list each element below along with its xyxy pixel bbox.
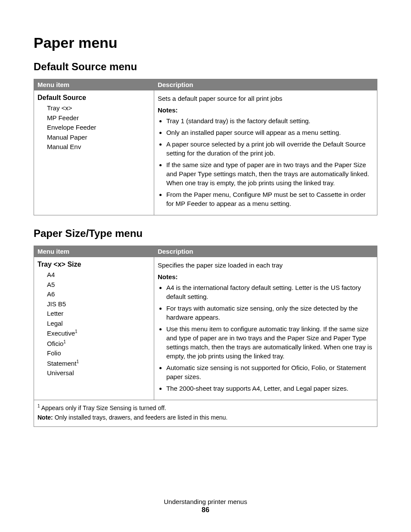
note-item: Use this menu item to configure automati…	[166, 324, 374, 361]
menu-option: Oficio1	[47, 339, 150, 349]
page-footer: Understanding printer menus 86	[0, 498, 411, 514]
menu-item-title: Tray <x> Size	[37, 261, 150, 268]
menu-item-cell: Tray <x> Size A4 A5 A6 JIS B5 Letter Leg…	[34, 257, 154, 400]
menu-option: JIS B5	[47, 299, 150, 309]
note-item: A4 is the international factory default …	[166, 283, 374, 301]
notes-list: Tray 1 (standard tray) is the factory de…	[166, 116, 374, 208]
notes-label: Notes:	[158, 106, 374, 114]
menu-option: Manual Env	[47, 142, 150, 152]
table-header-description: Description	[154, 246, 377, 257]
footnote-cell: 1 Appears only if Tray Size Sensing is t…	[34, 400, 377, 427]
menu-option: Tray <x>	[47, 103, 150, 113]
default-source-table: Menu item Description Default Source Tra…	[34, 79, 377, 215]
note-item: Tray 1 (standard tray) is the factory de…	[166, 116, 374, 125]
document-page: Paper menu Default Source menu Menu item…	[0, 0, 411, 532]
menu-option: Folio	[47, 348, 150, 358]
table-header-menu-item: Menu item	[34, 246, 154, 257]
note-item: If the same size and type of paper are i…	[166, 160, 374, 187]
menu-option: Letter	[47, 309, 150, 319]
description-text: Specifies the paper size loaded in each …	[158, 261, 374, 270]
note-item: A paper source selected by a print job w…	[166, 140, 374, 158]
footnote-row: 1 Appears only if Tray Size Sensing is t…	[34, 400, 377, 427]
menu-item-title: Default Source	[37, 94, 150, 102]
paper-size-type-table: Menu item Description Tray <x> Size A4 A…	[34, 246, 377, 427]
notes-label: Notes:	[158, 273, 374, 280]
page-number: 86	[0, 506, 411, 514]
menu-option: Envelope Feeder	[47, 123, 150, 133]
notes-list: A4 is the international factory default …	[166, 283, 374, 393]
menu-options-list: Tray <x> MP Feeder Envelope Feeder Manua…	[37, 103, 150, 152]
section-heading-default-source: Default Source menu	[34, 61, 377, 73]
table-header-description: Description	[154, 79, 377, 90]
footnote-ref: 1	[63, 339, 66, 344]
menu-option: Universal	[47, 368, 150, 378]
note-item: Only an installed paper source will appe…	[166, 128, 374, 137]
footnote-ref: 1	[76, 359, 79, 364]
footer-text: Understanding printer menus	[0, 498, 411, 505]
description-cell: Specifies the paper size loaded in each …	[154, 257, 377, 400]
description-cell: Sets a default paper source for all prin…	[154, 90, 377, 215]
menu-option: MP Feeder	[47, 113, 150, 123]
note-item: The 2000-sheet tray supports A4, Letter,…	[166, 384, 374, 393]
description-text: Sets a default paper source for all prin…	[158, 94, 374, 103]
table-row: Tray <x> Size A4 A5 A6 JIS B5 Letter Leg…	[34, 257, 377, 400]
table-row: Default Source Tray <x> MP Feeder Envelo…	[34, 90, 377, 215]
menu-options-list: A4 A5 A6 JIS B5 Letter Legal Executive1 …	[37, 270, 150, 378]
footnote-bold: Note:	[37, 414, 53, 421]
menu-option: Manual Paper	[47, 133, 150, 143]
menu-option: A5	[47, 280, 150, 290]
menu-option: Legal	[47, 319, 150, 329]
table-header-menu-item: Menu item	[34, 79, 154, 90]
note-item: For trays with automatic size sensing, o…	[166, 304, 374, 322]
footnote-ref: 1	[75, 329, 78, 334]
note-item: Automatic size sensing is not supported …	[166, 363, 374, 381]
footnote-line: Note: Only installed trays, drawers, and…	[37, 413, 374, 422]
note-item: From the Paper menu, Configure MP must b…	[166, 190, 374, 208]
footnote-line: 1 Appears only if Tray Size Sensing is t…	[37, 403, 374, 413]
menu-item-cell: Default Source Tray <x> MP Feeder Envelo…	[34, 90, 154, 215]
menu-option: A6	[47, 289, 150, 299]
menu-option: Statement1	[47, 358, 150, 369]
menu-option: A4	[47, 270, 150, 280]
page-title: Paper menu	[34, 34, 377, 51]
menu-option: Executive1	[47, 328, 150, 339]
section-heading-paper-size-type: Paper Size/Type menu	[34, 227, 377, 240]
